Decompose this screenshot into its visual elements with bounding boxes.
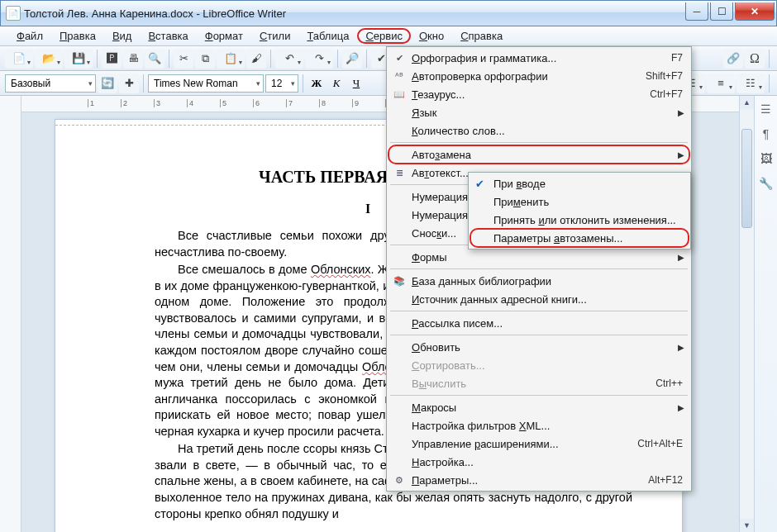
menuitem-label: Сноски... bbox=[412, 227, 456, 240]
menu-сервис[interactable]: Сервис bbox=[357, 28, 411, 44]
styles-icon[interactable]: ¶ bbox=[758, 126, 775, 142]
open-button[interactable]: 📂 bbox=[35, 49, 63, 69]
check-icon: ✔ bbox=[475, 178, 484, 190]
menuitem: ВычислитьCtrl++ bbox=[388, 374, 689, 392]
menuitem-label: Автотекст... bbox=[412, 167, 469, 179]
menuitem-label: Параметры... bbox=[412, 474, 478, 487]
menuitem[interactable]: Принять или отклонить изменения... bbox=[470, 211, 689, 229]
menuitem-label: Принять или отклонить изменения... bbox=[493, 214, 676, 226]
ruler-vertical[interactable] bbox=[0, 96, 21, 532]
menuitem-shortcut: F7 bbox=[671, 52, 683, 64]
paragraph-style-combo[interactable]: Базовый bbox=[5, 74, 96, 93]
window-title: Толстой Лев. Анна Каренина.docx - LibreO… bbox=[24, 7, 684, 20]
export-pdf-button[interactable]: 🅿 bbox=[102, 49, 122, 69]
font-name-combo[interactable]: Times New Roman bbox=[148, 74, 264, 93]
menu-правка[interactable]: Правка bbox=[51, 28, 104, 44]
sidebar-tabs: ☰ ¶ 🖼 🔧 bbox=[754, 96, 777, 532]
underline-button[interactable]: Ч bbox=[347, 74, 365, 93]
menuitem[interactable]: ✔При вводе bbox=[470, 174, 689, 192]
close-button[interactable]: ✕ bbox=[735, 2, 775, 21]
menuitem-label: База данных библиографии bbox=[412, 275, 551, 287]
submenu-arrow-icon: ▶ bbox=[678, 253, 684, 262]
menuitem[interactable]: Формы▶ bbox=[388, 248, 689, 266]
submenu-autocorrect: ✔При вводеПрименитьПринять или отклонить… bbox=[468, 172, 691, 249]
gallery-icon[interactable]: 🖼 bbox=[758, 150, 775, 167]
menuitem-shortcut: Ctrl+Alt+E bbox=[637, 438, 683, 449]
maximize-button[interactable]: ☐ bbox=[710, 2, 733, 21]
undo-button[interactable]: ↶ bbox=[275, 49, 303, 69]
menuitem-label: Настройка... bbox=[412, 456, 474, 468]
menuitem[interactable]: Параметры автозамены... bbox=[470, 229, 689, 247]
menu-таблица[interactable]: Таблица bbox=[298, 28, 357, 44]
menuitem-label: Вычислить bbox=[412, 378, 466, 390]
menuitem[interactable]: Источник данных адресной книги... bbox=[388, 290, 689, 308]
menuitem[interactable]: 📖Тезаурус...Ctrl+F7 bbox=[388, 85, 689, 103]
menu-стили[interactable]: Стили bbox=[251, 28, 298, 44]
find-button[interactable]: 🔎 bbox=[342, 49, 362, 69]
minimize-button[interactable]: ─ bbox=[685, 2, 708, 21]
title-bar: 📄 Толстой Лев. Анна Каренина.docx - Libr… bbox=[0, 0, 777, 26]
menuitem[interactable]: Количество слов... bbox=[388, 121, 689, 140]
menuitem[interactable]: ⚙Параметры...Alt+F12 bbox=[388, 471, 689, 489]
bold-button[interactable]: Ж bbox=[307, 74, 326, 93]
menu-окно[interactable]: Окно bbox=[411, 28, 452, 44]
menuitem-label: Настройка фильтров XML... bbox=[412, 420, 550, 432]
menuitem-label: Тезаурус... bbox=[412, 88, 465, 101]
numbering-button[interactable]: ≡ bbox=[707, 74, 735, 93]
menuitem-label: Управление расширениями... bbox=[412, 438, 559, 450]
scrollbar-vertical[interactable]: ▲ ▼ bbox=[739, 96, 754, 532]
print-preview-button[interactable]: 🔍 bbox=[145, 49, 164, 69]
cut-button[interactable]: ✂ bbox=[174, 49, 193, 69]
menuitem[interactable]: Язык▶ bbox=[388, 103, 689, 121]
menuitem[interactable]: ᴬᴮАвтопроверка орфографииShift+F7 bbox=[388, 67, 689, 85]
hyperlink-button[interactable]: 🔗 bbox=[723, 49, 743, 69]
menuitem-icon: 📚 bbox=[392, 273, 407, 288]
format-paint-button[interactable]: 🖌 bbox=[246, 49, 266, 69]
menu-service: ✔Орфография и грамматика...F7ᴬᴮАвтопрове… bbox=[386, 46, 692, 492]
outline-button[interactable]: ☷ bbox=[736, 74, 765, 93]
menuitem[interactable]: Настройка... bbox=[388, 453, 689, 471]
menu-справка[interactable]: Справка bbox=[452, 28, 511, 44]
font-size-combo[interactable]: 12 bbox=[265, 74, 298, 93]
menuitem-shortcut: Ctrl+F7 bbox=[650, 88, 683, 100]
new-doc-button[interactable]: 📄 bbox=[5, 49, 33, 69]
menuitem-label: Обновить bbox=[412, 341, 460, 354]
menuitem[interactable]: Обновить▶ bbox=[388, 338, 689, 356]
menuitem[interactable]: Применить bbox=[470, 192, 689, 211]
print-button[interactable]: 🖶 bbox=[123, 49, 143, 69]
menu-формат[interactable]: Формат bbox=[197, 28, 251, 44]
menuitem-icon: ✔ bbox=[392, 50, 407, 65]
menuitem-label: Применить bbox=[493, 196, 549, 208]
menuitem[interactable]: 📚База данных библиографии bbox=[388, 272, 689, 290]
new-style-button[interactable]: ✚ bbox=[119, 74, 139, 93]
menuitem-label: Источник данных адресной книги... bbox=[412, 293, 587, 306]
italic-button[interactable]: К bbox=[327, 74, 346, 93]
scroll-down-icon[interactable]: ▼ bbox=[740, 519, 754, 532]
menuitem-label: Рассылка писем... bbox=[412, 317, 503, 330]
symbol-button[interactable]: Ω bbox=[745, 49, 765, 69]
submenu-arrow-icon: ▶ bbox=[678, 343, 684, 352]
copy-button[interactable]: ⧉ bbox=[195, 49, 215, 69]
update-style-button[interactable]: 🔄 bbox=[98, 74, 117, 93]
paste-button[interactable]: 📋 bbox=[217, 49, 245, 69]
menuitem-icon: 📖 bbox=[392, 87, 407, 102]
menu-вид[interactable]: Вид bbox=[104, 28, 141, 44]
menuitem[interactable]: ✔Орфография и грамматика...F7 bbox=[388, 49, 689, 67]
window-buttons: ─ ☐ ✕ bbox=[684, 2, 775, 21]
save-button[interactable]: 💾 bbox=[64, 49, 93, 69]
menu-вставка[interactable]: Вставка bbox=[140, 28, 196, 44]
menuitem-label: Автозамена bbox=[412, 149, 471, 161]
menuitem[interactable]: Настройка фильтров XML... bbox=[388, 416, 689, 435]
submenu-arrow-icon: ▶ bbox=[678, 403, 684, 412]
menuitem[interactable]: Макросы▶ bbox=[388, 398, 689, 416]
redo-button[interactable]: ↷ bbox=[305, 49, 333, 69]
properties-icon[interactable]: ☰ bbox=[758, 101, 775, 117]
menuitem[interactable]: Управление расширениями...Ctrl+Alt+E bbox=[388, 435, 689, 453]
menuitem-label: При вводе bbox=[493, 178, 546, 190]
menu-файл[interactable]: Файл bbox=[8, 28, 51, 44]
scroll-thumb[interactable] bbox=[741, 129, 752, 228]
menuitem[interactable]: Рассылка писем... bbox=[388, 314, 689, 332]
scroll-up-icon[interactable]: ▲ bbox=[740, 96, 754, 109]
navigator-icon[interactable]: 🔧 bbox=[758, 175, 775, 192]
menuitem[interactable]: Автозамена▶ bbox=[388, 145, 689, 164]
